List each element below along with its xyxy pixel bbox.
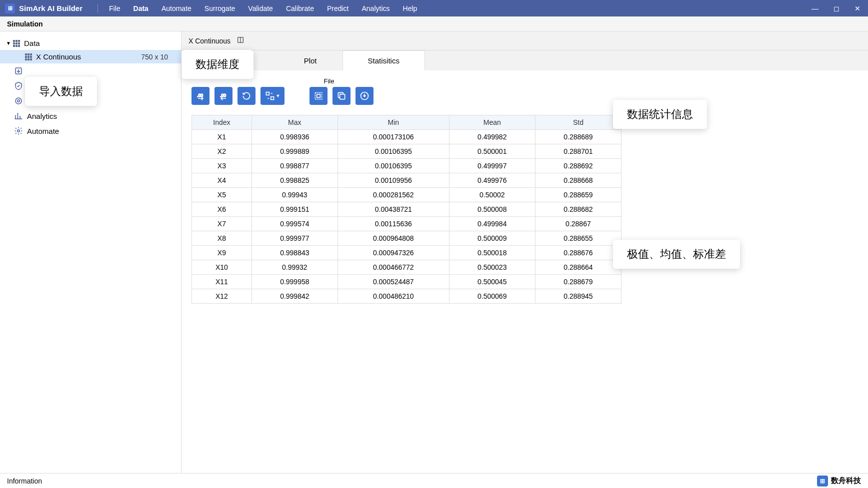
table-row[interactable]: X70.9995740.001156360.4999840.28867 [192,217,622,231]
table-row[interactable]: X60.9991510.004387210.5000080.288682 [192,202,622,217]
table-cell: 0.99943 [252,188,338,202]
table-cell: 0.000964808 [338,231,449,246]
table-row[interactable]: X20.9998890.001063950.5000010.288701 [192,144,622,159]
tree-item-x-continuous[interactable]: X Continuous 750 x 10 [0,50,181,63]
table-cell: X6 [192,202,252,217]
table-cell: 0.998843 [252,246,338,260]
transform-dropdown-button[interactable]: ▼ [260,87,284,105]
table-cell: 0.499976 [449,173,535,188]
table-cell: 0.288679 [535,275,621,289]
download-button[interactable] [356,87,374,105]
tree-root-data[interactable]: ▼ Data [0,36,181,50]
toolbar-file-label: File [316,77,342,85]
menu-automate[interactable]: Automate [156,1,198,15]
svg-rect-8 [266,92,269,95]
table-cell: 0.000524487 [338,275,449,289]
table-row[interactable]: X110.9999580.0005244870.5000450.288679 [192,275,622,289]
copy-button[interactable] [332,87,350,105]
table-cell: 0.000947326 [338,246,449,260]
statistics-table: IndexMaxMinMeanStd X10.9989360.000173106… [192,115,622,304]
table-cell: 0.288682 [535,202,621,217]
table-cell: 0.288692 [535,159,621,173]
gear-icon [14,126,23,135]
table-cell: 0.500023 [449,260,535,275]
company-name: 数舟科技 [831,476,861,486]
sidebar-item-automate[interactable]: Automate [0,123,181,138]
menu-predict[interactable]: Predict [321,1,355,15]
main-menu: File Data Automate Surrogate Validate Ca… [103,1,423,15]
table-header: Std [535,115,621,130]
maximize-button[interactable]: ◻ [831,4,842,12]
grid-icon [25,53,32,60]
callout-stats-info: 数据统计信息 [613,100,707,129]
menu-validate[interactable]: Validate [242,1,279,15]
svg-text:.00: .00 [220,93,226,98]
svg-rect-11 [317,94,320,98]
table-cell: X4 [192,173,252,188]
table-cell: 0.00438721 [338,202,449,217]
table-row[interactable]: X10.9989360.0001731060.4999820.288689 [192,130,622,144]
sidebar-item-import[interactable] [0,63,181,78]
menu-file[interactable]: File [103,1,126,15]
menu-data[interactable]: Data [128,1,154,15]
workspace: File .00 .00 ▼ IndexMaxMinMeanStd X10.9 [182,70,868,473]
table-cell: 0.499997 [449,159,535,173]
callout-extremes: 极值、均值、标准差 [613,240,740,269]
table-cell: X11 [192,275,252,289]
toolbar-file-group [310,87,374,105]
sub-tab-statistics-label: Statisitics [368,56,400,65]
table-cell: 0.288676 [535,246,621,260]
table-cell: 0.999151 [252,202,338,217]
svg-point-3 [18,130,20,132]
table-row[interactable]: X30.9988770.001063950.4999970.288692 [192,159,622,173]
minimize-button[interactable]: — [809,4,821,12]
table-cell: 0.000486210 [338,289,449,304]
table-cell: 0.999574 [252,217,338,231]
menu-surrogate[interactable]: Surrogate [198,1,241,15]
decrease-decimals-button[interactable]: .00 [214,87,232,105]
increase-decimals-button[interactable]: .00 [192,87,210,105]
sidebar-item-analytics[interactable]: Analytics [0,108,181,123]
sub-tab-plot-label: Plot [304,56,317,65]
reset-button[interactable] [238,87,256,105]
table-cell: 0.998877 [252,159,338,173]
book-icon[interactable] [236,36,244,45]
tree-item-label: X Continuous [36,52,81,61]
shield-check-icon [14,81,23,90]
table-cell: 0.000173106 [338,130,449,144]
table-cell: 0.288701 [535,144,621,159]
chart-icon [14,111,23,120]
tree-root-label: Data [24,39,40,47]
table-cell: 0.288659 [535,188,621,202]
table-row[interactable]: X90.9988430.0009473260.5000180.288676 [192,246,622,260]
table-row[interactable]: X120.9998420.0004862100.5000690.288945 [192,289,622,304]
table-cell: X5 [192,188,252,202]
menu-help[interactable]: Help [397,1,424,15]
table-header: Mean [449,115,535,130]
select-all-button[interactable] [310,87,328,105]
table-row[interactable]: X50.999430.0002815620.500020.288659 [192,188,622,202]
table-cell: X10 [192,260,252,275]
table-row[interactable]: X100.999320.0004667720.5000230.288664 [192,260,622,275]
close-button[interactable]: ✕ [852,4,863,12]
table-cell: 0.500045 [449,275,535,289]
sub-tab-plot[interactable]: Plot [278,50,342,70]
table-header: Min [338,115,449,130]
menu-calibrate[interactable]: Calibrate [280,1,320,15]
table-cell: 0.999977 [252,231,338,246]
divider [98,4,98,13]
table-cell: 0.99932 [252,260,338,275]
svg-point-2 [18,100,20,102]
grid-icon [13,40,20,47]
sub-tab-statistics[interactable]: Statisitics [342,50,425,70]
table-row[interactable]: X80.9999770.0009648080.5000090.288655 [192,231,622,246]
table-cell: 0.000281562 [338,188,449,202]
content-tab-label: X Continuous [188,37,230,45]
tree-item-dim: 750 x 10 [141,53,176,61]
menu-analytics[interactable]: Analytics [356,1,396,15]
svg-rect-10 [315,92,322,99]
table-cell: 0.500008 [449,202,535,217]
statusbar-info[interactable]: Information [7,477,42,485]
table-cell: X8 [192,231,252,246]
table-row[interactable]: X40.9988250.001099560.4999760.288668 [192,173,622,188]
